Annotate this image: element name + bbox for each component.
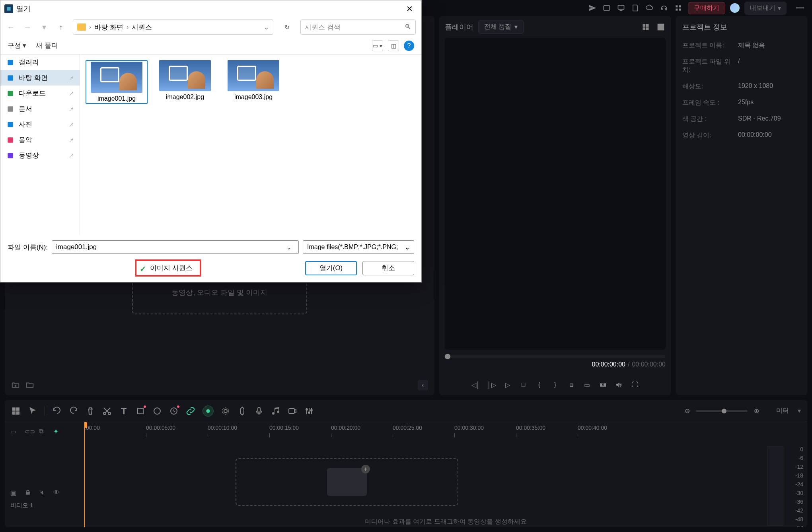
cloud-icon[interactable] [645,3,654,13]
sidebar-item-document[interactable]: 문서📌︎ [0,101,80,117]
playhead-handle[interactable] [84,422,87,428]
quality-select[interactable]: 전체 품질▾ [478,20,524,34]
cancel-button[interactable]: 취소 [362,261,414,275]
file-filter-select[interactable]: Image files(*.BMP;*.JPG;*.PNG; ⌄ [303,240,414,254]
mark-in-icon[interactable]: { [535,380,544,390]
media-library-icon[interactable] [602,3,611,13]
nav-recent-icon[interactable]: ▾ [39,22,49,32]
mute-track-icon[interactable]: 🔇︎ [39,489,48,498]
mixer-icon[interactable] [304,406,314,416]
file-item[interactable]: image001.jpg [86,60,148,104]
timeline-tracks[interactable]: :00:0000:00:05:0000:00:10:0000:00:15:000… [84,422,807,527]
user-avatar[interactable] [730,3,740,13]
mic-icon[interactable] [254,406,264,416]
sidebar-item-download[interactable]: 다운로드📌︎ [0,86,80,101]
volume-icon[interactable]: 🔊︎ [614,380,624,390]
send-icon[interactable] [588,3,597,13]
folder-icon[interactable] [25,381,34,390]
buy-button[interactable]: 구매하기 [688,2,725,14]
help-icon[interactable]: ? [404,41,414,51]
magnet-icon[interactable]: ⊂⊃ [25,428,33,437]
playhead[interactable] [84,422,85,527]
record-icon[interactable] [288,406,297,416]
fullscreen-icon[interactable]: ⛶ [630,380,640,390]
close-button[interactable]: ✕ [401,3,417,15]
scrub-bar[interactable] [445,355,666,358]
music-icon[interactable] [271,406,280,416]
nav-up-icon[interactable]: ↑ [56,22,66,32]
mark-out-icon[interactable]: } [551,380,560,390]
color-icon[interactable] [152,406,162,416]
delete-icon[interactable] [86,406,95,416]
open-button[interactable]: 열기(O) [305,261,357,275]
marker-icon[interactable] [238,406,247,416]
nav-back-icon[interactable]: ← [6,22,16,32]
sidebar-item-video[interactable]: 동영상📌︎ [0,148,80,163]
sidebar-item-music[interactable]: 음악📌︎ [0,132,80,148]
play-icon[interactable]: ▷ [503,380,512,390]
timeline-ruler[interactable]: :00:0000:00:05:0000:00:10:0000:00:15:000… [84,422,807,441]
zoom-slider[interactable] [696,410,748,412]
track-layout-icon[interactable]: ▭ [10,428,19,437]
chevron-down-icon[interactable]: ⌄ [285,243,293,251]
path-crumb[interactable]: 바탕 화면 [94,23,123,32]
text-icon[interactable] [119,406,129,416]
visibility-icon[interactable]: 👁 [53,489,62,498]
cut-icon[interactable] [102,406,112,416]
file-item[interactable]: image003.jpg [222,60,284,104]
lock-track-icon[interactable]: 🔒︎ [25,489,33,498]
image-sequence-checkbox[interactable]: ✓ 이미지 시퀀스 [135,259,201,277]
sidebar-item-desktop[interactable]: 바탕 화면📌︎ [0,70,80,86]
player-viewport[interactable] [445,38,666,350]
organize-menu[interactable]: 구성 ▾ [8,41,26,50]
prev-frame-icon[interactable]: ◁│ [471,380,481,390]
speed-icon[interactable] [169,406,179,416]
apps-grid-icon[interactable] [674,3,683,13]
chevron-down-icon[interactable]: ⌄ [264,23,269,31]
refresh-icon[interactable]: ↻ [280,21,293,33]
sidebar-item-image[interactable]: 갤러리 [0,55,80,70]
screen-icon[interactable]: ▭ [582,380,592,390]
preview-pane-icon[interactable]: ◫ [388,40,399,51]
camera-track-icon[interactable]: ▣ [10,489,19,498]
link-icon[interactable] [186,406,195,416]
export-button[interactable]: 내보내기▾ [744,2,787,15]
new-folder-icon[interactable] [11,381,20,390]
file-item[interactable]: image002.jpg [154,60,216,104]
timeline-dropzone[interactable]: + [236,458,458,506]
image-icon[interactable] [656,22,666,32]
next-frame-icon[interactable]: │▷ [487,380,497,390]
cursor-sync-icon[interactable]: ✦ [53,428,62,437]
sidebar-item-photo[interactable]: 사진📌︎ [0,117,80,132]
path-bar[interactable]: › 바탕 화면 › 시퀀스 ⌄ [73,19,273,35]
effect-icon[interactable] [221,406,230,416]
headphones-icon[interactable] [659,3,669,13]
zoom-handle[interactable] [722,409,726,413]
link-tracks-icon[interactable]: ⧉ [39,428,48,437]
collapse-icon[interactable]: ‹ [418,380,428,390]
view-mode-icon[interactable]: ▭ ▾ [372,40,383,51]
undo-icon[interactable] [52,406,62,416]
scrub-handle[interactable] [445,354,450,359]
nav-forward-icon[interactable]: → [23,22,32,32]
crop-tool-icon[interactable] [136,406,145,416]
file-list[interactable]: image001.jpgimage002.jpgimage003.jpg [80,55,421,235]
crop-icon[interactable]: ⧈ [567,380,576,390]
grid-view-icon[interactable] [641,22,650,32]
minimize-button[interactable] [796,8,804,8]
new-folder-button[interactable]: 새 폴더 [36,41,58,50]
ai-assistant-icon[interactable] [203,405,214,417]
filename-input[interactable]: image001.jpg ⌄ [52,240,299,254]
stop-icon[interactable]: □ [519,380,528,390]
zoom-out-icon[interactable]: ⊖ [682,406,692,416]
zoom-in-icon[interactable]: ⊕ [752,406,761,416]
monitor-icon[interactable] [616,3,626,13]
snapshot-icon[interactable]: 📷︎ [598,380,608,390]
cursor-icon[interactable] [28,406,37,416]
path-crumb[interactable]: 시퀀스 [132,23,152,32]
timeline-tracks-header: ▭ ⊂⊃ ⧉ ✦ ▣ 🔒︎ 🔇︎ 👁 비디오 1 [5,422,84,527]
save-icon[interactable] [631,3,640,13]
layout-icon[interactable] [11,406,21,416]
search-input[interactable]: 시퀀스 검색 🔍︎ [300,19,416,35]
redo-icon[interactable] [69,406,78,416]
